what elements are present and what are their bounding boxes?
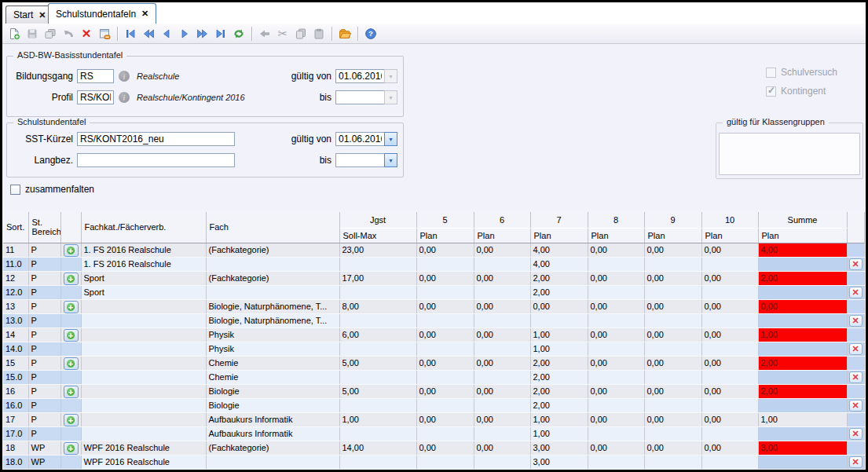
cell-fach[interactable]: (Fachkategorie) (206, 271, 339, 285)
cell-plan-6[interactable]: 0,00 (474, 271, 530, 285)
cell-st-bereich[interactable]: WP (28, 455, 60, 469)
cell-plan-5[interactable]: 0,00 (416, 243, 474, 257)
cell-plan-7[interactable]: 0,00 (530, 299, 588, 313)
cell-fach[interactable]: Chemie (206, 370, 339, 384)
dropdown-arrow-icon[interactable]: ▼ (384, 132, 397, 146)
cell-plan-10[interactable]: 0,00 (701, 441, 758, 455)
fast-backward-icon[interactable] (140, 25, 157, 42)
cell-soll-max[interactable]: 1,00 (339, 412, 416, 426)
cell-plan-7[interactable]: 3,00 (530, 455, 588, 469)
cell-plan-8[interactable] (588, 313, 644, 327)
cell-fachkat[interactable] (81, 342, 206, 356)
cell-sort[interactable]: 15 (3, 356, 28, 370)
cell-plan-7[interactable]: 4,00 (530, 257, 588, 271)
cell-plan-8[interactable] (588, 370, 644, 384)
cell-plan-8[interactable] (588, 426, 644, 441)
cell-soll-max[interactable] (339, 455, 416, 469)
cell-plan-5[interactable] (416, 257, 474, 271)
cell-plan-8[interactable] (588, 455, 644, 469)
cell-plan-6[interactable]: 0,00 (474, 243, 530, 257)
cell-st-bereich[interactable]: P (28, 384, 60, 398)
add-row-button[interactable]: + (64, 386, 79, 398)
cell-plan-7[interactable]: 2,00 (530, 370, 588, 384)
cell-plan-8[interactable] (588, 257, 644, 271)
cell-plan-5[interactable] (416, 398, 474, 412)
cell-soll-max[interactable]: 14,00 (339, 441, 416, 455)
delete-record-icon[interactable]: ✕ (78, 25, 95, 42)
cell-plan-7[interactable]: 2,00 (530, 384, 588, 398)
cell-summe[interactable]: 3,00 (758, 441, 847, 455)
cell-plan-10[interactable]: 0,00 (701, 299, 758, 313)
cell-fachkat[interactable] (81, 327, 206, 342)
cell-plan-9[interactable]: 0,00 (644, 299, 701, 313)
cell-plan-7[interactable]: 2,00 (530, 398, 588, 412)
cell-st-bereich[interactable]: P (28, 271, 60, 285)
profil-field[interactable] (77, 90, 114, 104)
cell-soll-max[interactable] (339, 426, 416, 441)
delete-row-button[interactable]: ✕ (849, 343, 863, 355)
cell-fach[interactable]: (Fachkategorie) (206, 243, 339, 257)
cell-plan-9[interactable] (644, 285, 701, 299)
cell-plan-8[interactable]: 0,00 (588, 384, 644, 398)
cell-fach[interactable]: Biologie (206, 384, 339, 398)
cell-fach[interactable] (206, 285, 339, 299)
cell-plan-5[interactable]: 0,00 (416, 441, 474, 455)
cell-plan-10[interactable] (701, 455, 758, 469)
cell-plan-7[interactable]: 1,00 (530, 342, 588, 356)
cell-fach[interactable]: Physik (206, 342, 339, 356)
cell-plan-9[interactable] (644, 426, 701, 441)
cell-sort[interactable]: 14 (3, 327, 28, 342)
cell-sort[interactable]: 18 (3, 441, 28, 455)
cell-plan-8[interactable]: 0,00 (588, 271, 644, 285)
cell-soll-max[interactable] (339, 398, 416, 412)
add-row-button[interactable]: + (64, 442, 79, 455)
cell-plan-5[interactable]: 0,00 (416, 327, 474, 342)
cell-summe[interactable]: 2,00 (758, 384, 847, 398)
cell-plan-8[interactable]: 0,00 (588, 299, 644, 313)
cell-sort[interactable]: 15.0 (3, 370, 28, 384)
last-record-icon[interactable] (212, 25, 229, 42)
cell-plan-6[interactable] (474, 398, 530, 412)
bildungsgang-field[interactable] (77, 69, 114, 83)
cell-soll-max[interactable]: 5,00 (339, 356, 416, 370)
delete-row-button[interactable]: ✕ (849, 287, 863, 298)
cell-plan-6[interactable]: 0,00 (474, 356, 530, 370)
cell-st-bereich[interactable]: P (28, 299, 60, 313)
sst-kuerzel-field[interactable] (77, 132, 235, 146)
cell-plan-10[interactable]: 0,00 (701, 243, 758, 257)
cell-plan-5[interactable]: 0,00 (416, 271, 474, 285)
cell-soll-max[interactable]: 6,00 (339, 327, 416, 342)
cell-summe[interactable]: 1,00 (758, 327, 847, 342)
cell-st-bereich[interactable]: P (28, 356, 60, 370)
cell-plan-7[interactable]: 4,00 (530, 243, 588, 257)
cell-plan-5[interactable]: 0,00 (416, 356, 474, 370)
delete-row-button[interactable]: ✕ (849, 428, 863, 440)
cell-sort[interactable]: 17.0 (3, 426, 28, 441)
cell-fach[interactable]: Physik (206, 327, 339, 342)
cell-summe[interactable] (758, 342, 847, 356)
cell-plan-6[interactable] (474, 370, 530, 384)
cell-sort[interactable]: 13 (3, 299, 28, 313)
cell-plan-6[interactable]: 0,00 (474, 441, 530, 455)
zusammenfalten-checkbox[interactable] (10, 185, 20, 195)
cell-plan-5[interactable] (416, 342, 474, 356)
refresh-icon[interactable] (230, 25, 247, 42)
cell-soll-max[interactable] (339, 370, 416, 384)
cell-fach[interactable]: Aufbaukurs Informatik (206, 426, 339, 441)
basis-gueltig-von-field[interactable] (335, 69, 384, 83)
cell-plan-7[interactable]: 2,00 (530, 271, 588, 285)
cell-st-bereich[interactable]: P (28, 327, 60, 342)
edit-form-icon[interactable] (96, 25, 113, 42)
cell-soll-max[interactable] (339, 257, 416, 271)
cell-plan-8[interactable]: 0,00 (588, 412, 644, 426)
cell-fachkat[interactable] (81, 299, 206, 313)
cell-plan-6[interactable]: 0,00 (474, 412, 530, 426)
cell-summe[interactable] (758, 257, 847, 271)
cell-fachkat[interactable] (81, 384, 206, 398)
delete-row-button[interactable]: ✕ (849, 315, 863, 327)
cell-sort[interactable]: 11.0 (3, 257, 28, 271)
previous-record-icon[interactable] (158, 25, 175, 42)
cell-plan-10[interactable] (701, 285, 758, 299)
cell-plan-9[interactable]: 0,00 (644, 441, 701, 455)
langbez-field[interactable] (77, 153, 235, 167)
